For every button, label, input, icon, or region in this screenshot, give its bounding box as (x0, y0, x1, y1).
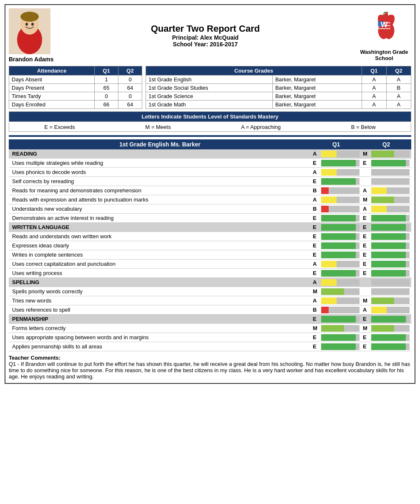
course-name: 1st Grade Social Studies (146, 84, 273, 92)
att-label: Days Enrolled (9, 101, 95, 109)
grade-cell: E (311, 242, 361, 250)
grade-bar-container (371, 316, 410, 323)
grade-bar (371, 215, 406, 222)
section-divider (9, 135, 411, 137)
grade-category-row: PENMANSHIPEE (9, 315, 411, 324)
grade-bar (371, 325, 394, 332)
grade-cell: E (311, 223, 361, 232)
attendance-header: Attendance (9, 66, 95, 76)
grade-item-label: Expresses ideas clearly (9, 241, 311, 250)
grade-letter: E (313, 252, 319, 258)
grade-item-label: Reads for meaning and demonstrates compr… (9, 186, 311, 195)
grade-item-row: Self corrects by rereadingE (9, 177, 411, 186)
grade-category-label: WRITTEN LANGUAGE (9, 223, 311, 232)
grade-item-row: Reads with expression and attends to pun… (9, 195, 411, 204)
grade-letter: E (313, 334, 319, 340)
grade-letter: E (363, 270, 370, 276)
grade-cell: E (311, 214, 361, 222)
grade-bar (321, 215, 356, 222)
grade-category-row: WRITTEN LANGUAGEEE (9, 223, 411, 232)
grade-bar (371, 187, 387, 194)
grade-item-label: Demonstrates an active interest in readi… (9, 214, 311, 222)
grade-item-row: Demonstrates an active interest in readi… (9, 214, 411, 223)
grade-letter: E (313, 233, 319, 239)
course-teacher: Barker, Margaret (272, 84, 362, 92)
grade-bar-container (321, 261, 360, 267)
att-label: Days Present (9, 84, 95, 92)
grade-cell: E (311, 315, 361, 323)
grade-bar (321, 270, 356, 277)
grade-item-label: Uses correct capitalization and punctuat… (9, 260, 311, 268)
grade-cell: A (311, 297, 361, 305)
grade-item-label: Uses references to spell (9, 305, 311, 314)
grade-bar-container (371, 242, 410, 249)
grade-bar (371, 224, 406, 231)
grade-bar-container (371, 270, 410, 277)
grade-item-label: Self corrects by rereading (9, 177, 311, 186)
grade-letter: A (313, 151, 319, 157)
report-title: Quarter Two Report Card (54, 23, 357, 34)
grade-letter: A (313, 169, 319, 175)
grade-bar (321, 261, 337, 267)
grade-bar (321, 252, 356, 258)
grade-item-label: Understands new vocabulary (9, 204, 311, 213)
grade-cell: E (311, 251, 361, 259)
top-tables: Attendance Q1 Q2 Days Absent 1 0Days Pre… (9, 66, 411, 109)
grade-letter: E (313, 316, 319, 322)
grade-bar-container (321, 270, 360, 277)
grade-cell (361, 287, 411, 296)
grade-cell: B (311, 306, 361, 314)
grade-bar (371, 343, 406, 350)
grade-bar (321, 169, 337, 176)
grade-item-row: Applies penmanship skills to all areasEE (9, 342, 411, 351)
grade-bar-container (371, 233, 410, 240)
grade-letter: A (313, 297, 319, 304)
course-name: 1st Grade English (146, 76, 273, 84)
grade-bar (371, 233, 406, 240)
grade-letter: A (313, 197, 319, 203)
course-q1-header: Q1 (362, 66, 386, 76)
grade-bar (371, 307, 387, 313)
grade-item-label: Applies penmanship skills to all areas (9, 342, 311, 351)
grade-bar (371, 297, 394, 304)
grade-bar (321, 334, 356, 341)
grade-letter: E (363, 261, 370, 267)
school-logo: W (365, 10, 403, 47)
grade-category-label: READING (9, 149, 311, 158)
legend-item: A = Approaching (241, 124, 281, 130)
grade-bar-container (371, 187, 410, 194)
grade-cell: E (361, 260, 411, 268)
grade-cell: B (311, 205, 361, 213)
grade-letter: E (363, 160, 370, 166)
grade-cell: E (311, 232, 361, 241)
grade-cell: A (361, 205, 411, 213)
grade-letter: M (363, 197, 370, 203)
grade-letter: E (363, 242, 370, 249)
grade-item-row: Uses correct capitalization and punctuat… (9, 260, 411, 269)
grade-cell: M (361, 196, 411, 204)
grade-letter: B (313, 187, 319, 194)
grade-cell: E (361, 343, 411, 351)
grade-item-row: Tries new wordsAM (9, 296, 411, 305)
grade-cell: B (311, 186, 361, 195)
grade-bar-container (371, 261, 410, 267)
grade-bar-container (321, 297, 360, 304)
grade-cell: E (361, 223, 411, 232)
grade-bar-container (321, 325, 360, 332)
grade-cell: E (361, 251, 411, 259)
student-name: Brandon Adams (9, 56, 54, 63)
course-grades-header: Course Grades (146, 66, 362, 76)
grade-bar-container (321, 224, 360, 231)
att-q1: 1 (95, 76, 118, 84)
table-row: Days Absent 1 0 (9, 76, 142, 84)
grade-bar (321, 197, 337, 203)
att-q1: 65 (95, 84, 118, 92)
grade-bar (371, 252, 406, 258)
course-teacher: Barker, Margaret (272, 101, 362, 109)
grade-cell: E (361, 333, 411, 342)
grade-bar (371, 151, 394, 157)
grade-bar (321, 178, 356, 185)
grade-bar (321, 242, 356, 249)
grade-bar-container (321, 151, 360, 157)
grade-cell (361, 168, 411, 176)
